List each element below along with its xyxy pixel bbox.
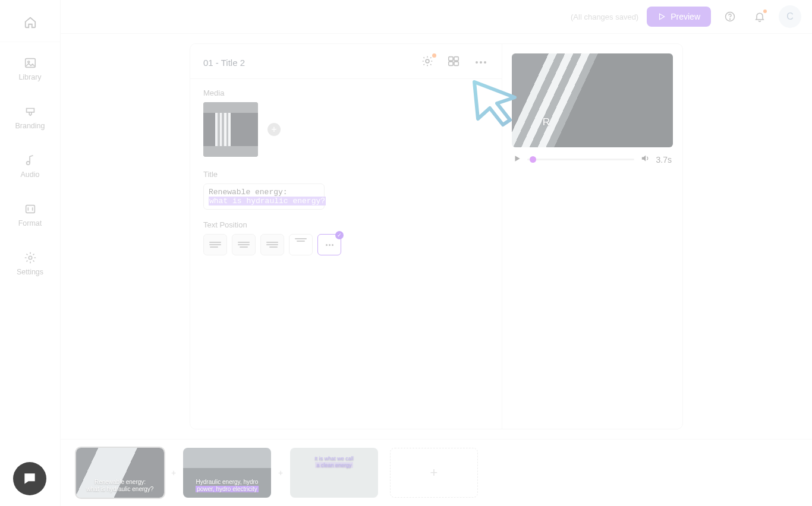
text-position-more[interactable]	[317, 234, 341, 255]
preview-overlay-text: R	[543, 116, 550, 128]
timeline-insert-button-2[interactable]: +	[276, 468, 285, 477]
preview-volume-button[interactable]	[640, 153, 650, 166]
avatar[interactable]: C	[779, 5, 801, 28]
slide-editor: 01 - Title 2 Media	[190, 44, 502, 429]
timeline: Renewable energy:what is hydraulic energ…	[61, 439, 812, 506]
notifications-button[interactable]	[749, 6, 770, 27]
play-icon	[513, 154, 521, 163]
topbar: (All changes saved) Preview C	[61, 0, 812, 34]
timeline-slide-1[interactable]: Renewable energy:what is hydraulic energ…	[76, 448, 164, 498]
chat-icon	[22, 471, 37, 486]
layout-icon	[447, 55, 460, 68]
preview-play-button[interactable]	[513, 154, 521, 165]
title-section-label: Title	[203, 170, 489, 179]
media-thumbnail[interactable]	[203, 102, 258, 157]
music-note-icon	[24, 154, 37, 167]
svg-rect-10	[448, 62, 452, 65]
save-status: (All changes saved)	[571, 12, 638, 21]
slide-settings-button[interactable]	[421, 55, 434, 70]
sidebar-item-format[interactable]: Format	[0, 193, 60, 237]
canvas: 01 - Title 2 Media	[61, 34, 812, 439]
text-position-center[interactable]	[232, 234, 256, 255]
sidebar-item-label: Settings	[17, 268, 43, 276]
layout-button[interactable]	[447, 55, 460, 70]
sidebar-item-settings[interactable]: Settings	[0, 242, 60, 286]
image-icon	[24, 56, 37, 69]
timeline-slide-2[interactable]: Hydraulic energy, hydropower, hydro elec…	[183, 448, 271, 498]
preview-button-label: Preview	[671, 12, 700, 21]
play-icon	[657, 12, 666, 21]
add-media-button[interactable]: +	[267, 123, 281, 136]
timeline-insert-button-1[interactable]: +	[169, 468, 178, 477]
title-input[interactable]: Renewable energy: what is hydraulic ener…	[203, 184, 325, 210]
sidebar-item-branding[interactable]: Branding	[0, 96, 60, 140]
sidebar: Library Branding Audio Format Settings	[0, 0, 61, 506]
sidebar-item-label: Audio	[21, 170, 40, 179]
slide-header-title: 01 - Title 2	[203, 58, 245, 68]
text-position-left[interactable]	[203, 234, 227, 255]
home-icon	[24, 16, 37, 29]
svg-rect-3	[26, 205, 34, 213]
text-position-top[interactable]	[289, 234, 313, 255]
home-button[interactable]	[18, 11, 42, 34]
gear-icon	[24, 251, 37, 264]
title-line-1: Renewable energy:	[209, 188, 319, 197]
svg-point-1	[27, 61, 29, 63]
preview-duration: 3.7s	[656, 155, 672, 165]
slide-card: 01 - Title 2 Media	[190, 43, 683, 429]
preview-button[interactable]: Preview	[647, 7, 711, 27]
help-icon	[724, 11, 736, 23]
sidebar-item-label: Branding	[15, 122, 45, 130]
svg-rect-0	[25, 59, 35, 68]
media-section-label: Media	[203, 88, 489, 97]
sidebar-item-library[interactable]: Library	[0, 47, 60, 91]
svg-point-6	[730, 19, 731, 20]
brush-icon	[24, 105, 37, 118]
timeline-slide-3[interactable]: It is what we calla clean energy	[290, 448, 378, 498]
sidebar-item-audio[interactable]: Audio	[0, 144, 60, 188]
chat-fab[interactable]	[13, 462, 46, 495]
help-button[interactable]	[719, 6, 741, 27]
sidebar-item-label: Library	[18, 73, 41, 81]
preview-video[interactable]: R	[512, 53, 673, 147]
more-button[interactable]	[473, 59, 489, 66]
aspect-ratio-icon	[24, 203, 37, 216]
volume-icon	[640, 153, 650, 163]
preview-scrubber[interactable]	[527, 159, 634, 160]
text-position-label: Text Position	[203, 220, 489, 229]
gear-icon	[421, 55, 434, 68]
svg-point-4	[29, 256, 32, 260]
avatar-initial: C	[786, 11, 794, 22]
title-line-2-highlighted: what is hydraulic energy?	[209, 197, 326, 205]
svg-point-7	[426, 59, 429, 63]
svg-rect-8	[448, 57, 452, 61]
svg-rect-11	[454, 62, 458, 65]
svg-rect-9	[454, 57, 458, 61]
preview-panel: R 3.7s	[502, 44, 682, 429]
svg-point-2	[26, 162, 30, 165]
sidebar-item-label: Format	[18, 219, 42, 227]
timeline-add-slide-button[interactable]: +	[390, 448, 478, 498]
text-position-right[interactable]	[260, 234, 284, 255]
bell-icon	[754, 11, 766, 23]
